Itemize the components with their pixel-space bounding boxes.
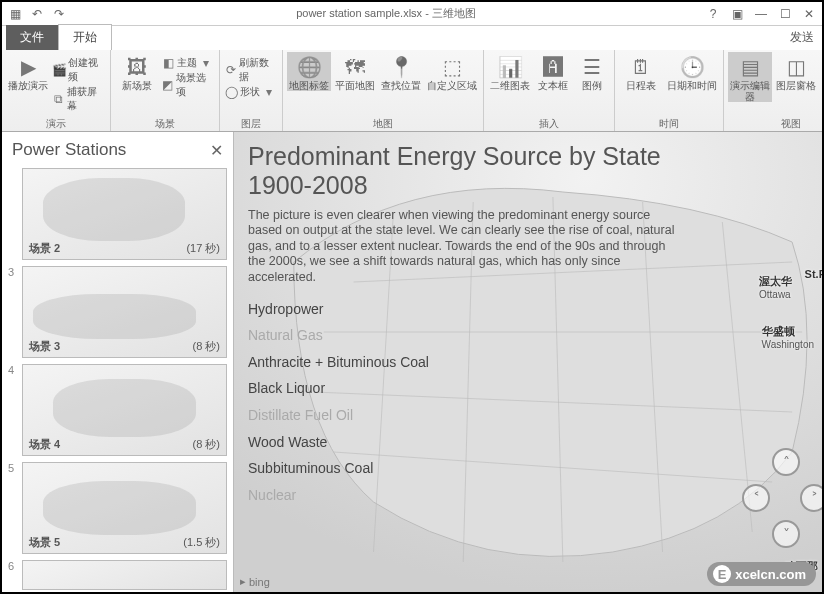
group-demo: ▶ 播放演示 🎬创建视频 ⧉捕获屏幕 演示	[2, 50, 111, 131]
chart2d-button[interactable]: 📊 二维图表	[488, 52, 532, 91]
theme-button[interactable]: ◧主题▾	[161, 56, 213, 70]
scene-list[interactable]: 场景 2 (17 秒) 3 场景 3 (8 秒) 4 场景 4 (8 秒) 5	[2, 168, 233, 592]
nav-down-button[interactable]: ˅	[772, 520, 800, 548]
capture-screen-button[interactable]: ⧉捕获屏幕	[52, 85, 106, 113]
editor-icon: ▤	[737, 54, 763, 80]
play-icon: ▶	[15, 54, 41, 80]
legend-item: Wood Waste	[248, 429, 808, 456]
tab-file[interactable]: 文件	[6, 25, 58, 50]
close-icon[interactable]: ✕	[802, 7, 816, 21]
video-icon: 🎬	[52, 63, 66, 77]
legend-list: Hydropower Natural Gas Anthracite + Bitu…	[248, 296, 808, 509]
text-overlay: Predominant Energy Source by State 1900-…	[234, 132, 822, 592]
layer-pane-button[interactable]: ◫ 图层窗格	[774, 52, 818, 91]
help-icon[interactable]: ?	[706, 7, 720, 21]
overlay-paragraph: The picture is even clearer when viewing…	[248, 208, 678, 286]
map-label-washington: 华盛顿 Washington	[762, 324, 814, 350]
scene-item[interactable]: 场景 2 (17 秒)	[8, 168, 227, 260]
textbox-icon: 🅰	[540, 54, 566, 80]
refresh-icon: ⟳	[224, 63, 237, 77]
theme-icon: ◧	[161, 56, 175, 70]
field-list-button[interactable]: ≣ 字段列表	[820, 52, 824, 102]
group-layer: ⟳刷新数据 ◯形状▾ 图层	[220, 50, 283, 131]
play-demo-button[interactable]: ▶ 播放演示	[6, 52, 50, 91]
map-label-button[interactable]: 🌐 地图标签	[287, 52, 331, 91]
redo-icon[interactable]: ↷	[52, 7, 66, 21]
send-feedback[interactable]: 发送	[782, 25, 822, 50]
custom-region-button[interactable]: ⬚ 自定义区域	[425, 52, 479, 91]
map-attribution: ▸ bing	[240, 575, 270, 588]
ribbon: ▶ 播放演示 🎬创建视频 ⧉捕获屏幕 演示 🖼 新场景 ◧主题▾ ◩场景选项 场…	[2, 50, 822, 132]
datetime-button[interactable]: 🕒 日期和时间	[665, 52, 719, 91]
image-plus-icon: 🖼	[124, 54, 150, 80]
find-location-icon: 📍	[388, 54, 414, 80]
flat-map-button[interactable]: 🗺 平面地图	[333, 52, 377, 91]
flat-map-icon: 🗺	[342, 54, 368, 80]
chevron-down-icon: ˅	[783, 526, 790, 542]
scene-small-buttons: ◧主题▾ ◩场景选项	[161, 52, 215, 99]
watermark: E xcelcn.com	[707, 562, 816, 586]
group-time: 🗓 日程表 🕒 日期和时间 时间	[615, 50, 724, 131]
nav-up-button[interactable]: ˄	[772, 448, 800, 476]
shape-button[interactable]: ◯形状▾	[224, 85, 276, 99]
scene-options-button[interactable]: ◩场景选项	[161, 71, 215, 99]
sidebar-close-icon[interactable]: ✕	[210, 141, 223, 160]
screenshot-icon: ⧉	[52, 92, 65, 106]
scene-item[interactable]: 3 场景 3 (8 秒)	[8, 266, 227, 358]
scene-item[interactable]: 6	[8, 560, 227, 590]
minimize-icon[interactable]: —	[754, 7, 768, 21]
textbox-button[interactable]: 🅰 文本框	[534, 52, 572, 91]
pane-icon: ◫	[783, 54, 809, 80]
maximize-icon[interactable]: ☐	[778, 7, 792, 21]
sidebar: Power Stations ✕ 场景 2 (17 秒) 3 场景 3 (8 秒…	[2, 132, 234, 592]
shape-icon: ◯	[224, 85, 238, 99]
ribbon-options-icon[interactable]: ▣	[730, 7, 744, 21]
legend-icon: ☰	[579, 54, 605, 80]
watermark-icon: E	[713, 565, 731, 583]
nav-right-button[interactable]: ˃	[800, 484, 822, 512]
options-icon: ◩	[161, 78, 174, 92]
legend-button[interactable]: ☰ 图例	[574, 52, 610, 91]
map-label-stp: St.P	[805, 268, 822, 280]
calendar-icon: 🗓	[628, 54, 654, 80]
map-view[interactable]: Predominant Energy Source by State 1900-…	[234, 132, 822, 592]
legend-item: Natural Gas	[248, 322, 808, 349]
chevron-right-icon: ˃	[811, 490, 818, 506]
group-map: 🌐 地图标签 🗺 平面地图 📍 查找位置 ⬚ 自定义区域 地图	[283, 50, 484, 131]
new-scene-button[interactable]: 🖼 新场景	[115, 52, 159, 91]
legend-item: Black Liquor	[248, 375, 808, 402]
map-label-ottawa: 渥太华 Ottawa	[759, 274, 792, 300]
legend-item: Distillate Fuel Oil	[248, 402, 808, 429]
chart-icon: 📊	[497, 54, 523, 80]
group-insert: 📊 二维图表 🅰 文本框 ☰ 图例 插入	[484, 50, 615, 131]
overlay-title: Predominant Energy Source by State 1900-…	[248, 142, 808, 200]
layer-small-buttons: ⟳刷新数据 ◯形状▾	[224, 52, 278, 99]
region-icon: ⬚	[439, 54, 465, 80]
tab-start[interactable]: 开始	[58, 24, 112, 50]
find-location-button[interactable]: 📍 查找位置	[379, 52, 423, 91]
ribbon-tabs: 文件 开始 发送	[2, 26, 822, 50]
app-icon: ▦	[8, 7, 22, 21]
undo-icon[interactable]: ↶	[30, 7, 44, 21]
legend-item: Subbituminous Coal	[248, 455, 808, 482]
schedule-button[interactable]: 🗓 日程表	[619, 52, 663, 91]
legend-item: Anthracite + Bituminous Coal	[248, 349, 808, 376]
chevron-down-icon: ▾	[262, 85, 276, 99]
chevron-down-icon: ▾	[199, 56, 213, 70]
demo-small-buttons: 🎬创建视频 ⧉捕获屏幕	[52, 52, 106, 113]
chevron-up-icon: ˄	[783, 454, 790, 470]
window-title: power station sample.xlsx - 三维地图	[66, 6, 706, 21]
clock-icon: 🕒	[679, 54, 705, 80]
scene-item[interactable]: 5 场景 5 (1.5 秒)	[8, 462, 227, 554]
group-scene: 🖼 新场景 ◧主题▾ ◩场景选项 场景	[111, 50, 220, 131]
scene-item[interactable]: 4 场景 4 (8 秒)	[8, 364, 227, 456]
nav-left-button[interactable]: ˂	[742, 484, 770, 512]
content: Power Stations ✕ 场景 2 (17 秒) 3 场景 3 (8 秒…	[2, 132, 822, 592]
demo-editor-button[interactable]: ▤ 演示编辑器	[728, 52, 772, 102]
group-view: ▤ 演示编辑器 ◫ 图层窗格 ≣ 字段列表 视图	[724, 50, 824, 131]
legend-item: Nuclear	[248, 482, 808, 509]
refresh-data-button[interactable]: ⟳刷新数据	[224, 56, 278, 84]
create-video-button[interactable]: 🎬创建视频	[52, 56, 106, 84]
sidebar-title: Power Stations	[12, 140, 126, 160]
chevron-left-icon: ˂	[753, 490, 760, 506]
